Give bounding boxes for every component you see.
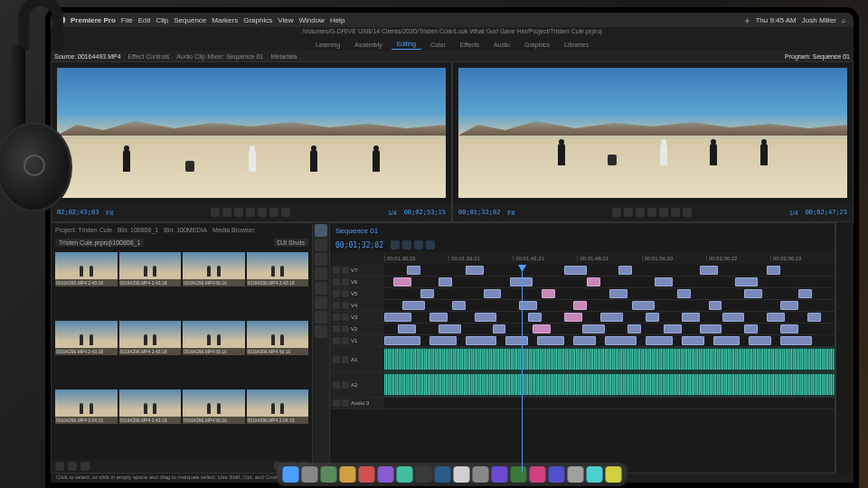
clip-thumbnail[interactable] bbox=[119, 252, 182, 286]
program-tc-in[interactable]: 00;01;32;02 bbox=[458, 209, 500, 216]
clip-thumbnail[interactable] bbox=[119, 389, 182, 424]
hand-tool[interactable] bbox=[315, 311, 327, 324]
ws-assembly[interactable]: Assembly bbox=[349, 40, 387, 50]
dock-app-icon[interactable] bbox=[378, 466, 394, 483]
timeline-timecode[interactable]: 00;01;32;02 bbox=[335, 241, 383, 249]
track-lock[interactable] bbox=[342, 290, 349, 297]
video-clip[interactable] bbox=[600, 313, 623, 322]
source-scale[interactable]: 1/4 bbox=[388, 210, 397, 216]
insert-button[interactable] bbox=[269, 208, 278, 217]
video-clip[interactable] bbox=[384, 313, 411, 322]
dock-app-icon[interactable] bbox=[340, 466, 356, 483]
step-back-button[interactable] bbox=[234, 208, 243, 217]
dock-app-icon[interactable] bbox=[530, 466, 546, 483]
track-header[interactable]: A2 bbox=[330, 372, 384, 397]
dock-app-icon[interactable] bbox=[568, 466, 584, 483]
track-toggle[interactable] bbox=[333, 325, 340, 333]
video-clip[interactable] bbox=[605, 336, 637, 345]
clip-thumbnail[interactable] bbox=[55, 321, 118, 355]
video-clip[interactable] bbox=[618, 266, 632, 275]
video-clip[interactable] bbox=[780, 324, 798, 333]
snap-button[interactable] bbox=[391, 240, 400, 249]
video-clip[interactable] bbox=[439, 324, 461, 333]
video-clip[interactable] bbox=[407, 266, 420, 275]
dock-app-icon[interactable] bbox=[359, 466, 375, 483]
list-view-button[interactable] bbox=[55, 462, 64, 471]
source-video[interactable] bbox=[57, 68, 446, 198]
ws-learning[interactable]: Learning bbox=[310, 40, 345, 50]
dock-app-icon[interactable] bbox=[454, 466, 470, 483]
menubar-time[interactable]: Thu 9:45 AM bbox=[755, 16, 796, 24]
audio-waveform[interactable] bbox=[384, 374, 835, 395]
video-clip[interactable] bbox=[722, 313, 745, 322]
video-clip[interactable] bbox=[429, 313, 448, 322]
video-clip[interactable] bbox=[573, 336, 596, 345]
playhead[interactable] bbox=[522, 265, 523, 473]
track-lane[interactable] bbox=[384, 347, 835, 371]
video-clip[interactable] bbox=[677, 289, 691, 298]
video-clip[interactable] bbox=[398, 324, 416, 333]
program-video[interactable] bbox=[458, 68, 847, 198]
tab-media-browser[interactable]: Media Browser bbox=[212, 227, 255, 233]
track-lane[interactable] bbox=[384, 398, 835, 408]
video-clip[interactable] bbox=[713, 336, 741, 345]
tab-bin1[interactable]: Bin: 100808_1 bbox=[118, 227, 158, 233]
bin-djishots[interactable]: DJI Shots bbox=[274, 239, 308, 247]
settings-button[interactable] bbox=[426, 240, 435, 249]
dock-app-icon[interactable] bbox=[397, 466, 413, 483]
tab-bin2[interactable]: Bin: 100MEDIA bbox=[164, 227, 207, 233]
audio-waveform[interactable] bbox=[384, 349, 835, 370]
ripple-edit-tool[interactable] bbox=[315, 253, 327, 266]
clip-thumbnail[interactable] bbox=[247, 321, 309, 355]
menu-help[interactable]: Help bbox=[330, 16, 344, 24]
video-clip[interactable] bbox=[767, 313, 785, 322]
marker-button[interactable] bbox=[414, 240, 423, 249]
video-clip[interactable] bbox=[744, 324, 758, 333]
track-header[interactable]: V7 bbox=[330, 265, 384, 276]
video-clip[interactable] bbox=[582, 324, 605, 333]
program-scale[interactable]: 1/4 bbox=[789, 210, 798, 216]
video-clip[interactable] bbox=[682, 336, 704, 345]
dock-app-icon[interactable] bbox=[435, 466, 451, 483]
ws-graphics[interactable]: Graphics bbox=[519, 40, 555, 50]
menu-markers[interactable]: Markers bbox=[212, 16, 238, 24]
clip-thumbnail[interactable] bbox=[55, 252, 118, 286]
video-clip[interactable] bbox=[627, 324, 641, 333]
video-clip[interactable] bbox=[646, 313, 659, 322]
video-clip[interactable] bbox=[528, 313, 542, 322]
step-fwd-button[interactable] bbox=[659, 208, 668, 217]
ws-effects[interactable]: Effects bbox=[455, 40, 485, 50]
menu-edit[interactable]: Edit bbox=[138, 16, 151, 24]
solo-button[interactable] bbox=[342, 381, 349, 389]
video-clip[interactable] bbox=[439, 277, 452, 286]
track-toggle[interactable] bbox=[333, 337, 340, 344]
video-clip[interactable] bbox=[466, 336, 497, 345]
video-clip[interactable] bbox=[744, 289, 762, 298]
video-clip[interactable] bbox=[393, 277, 411, 286]
track-toggle[interactable] bbox=[333, 302, 340, 309]
wifi-icon[interactable]: ⏚ bbox=[745, 16, 750, 24]
track-toggle[interactable] bbox=[333, 314, 340, 321]
mute-button[interactable] bbox=[333, 399, 340, 407]
video-clip[interactable] bbox=[780, 336, 812, 345]
source-tc-out[interactable]: 00;02;53;15 bbox=[404, 209, 446, 216]
track-lane[interactable] bbox=[384, 288, 835, 299]
solo-button[interactable] bbox=[342, 356, 349, 363]
dock-app-icon[interactable] bbox=[473, 466, 489, 483]
mark-out-button[interactable] bbox=[222, 208, 231, 217]
video-clip[interactable] bbox=[609, 289, 627, 298]
video-clip[interactable] bbox=[735, 277, 758, 286]
slip-tool[interactable] bbox=[315, 282, 327, 295]
track-lock[interactable] bbox=[342, 278, 349, 286]
video-clip[interactable] bbox=[780, 301, 798, 310]
video-clip[interactable] bbox=[564, 313, 582, 322]
mute-button[interactable] bbox=[333, 356, 340, 363]
dock-app-icon[interactable] bbox=[606, 466, 622, 483]
video-clip[interactable] bbox=[452, 301, 466, 310]
video-clip[interactable] bbox=[749, 336, 771, 345]
timeline-ruler[interactable]: 00;01;30;22 00;01;36;21 00;01;42;21 00;0… bbox=[330, 252, 835, 265]
step-fwd-button[interactable] bbox=[258, 208, 267, 217]
dock-app-icon[interactable] bbox=[416, 466, 432, 483]
track-lane[interactable] bbox=[384, 312, 835, 323]
menu-sequence[interactable]: Sequence bbox=[174, 16, 206, 24]
